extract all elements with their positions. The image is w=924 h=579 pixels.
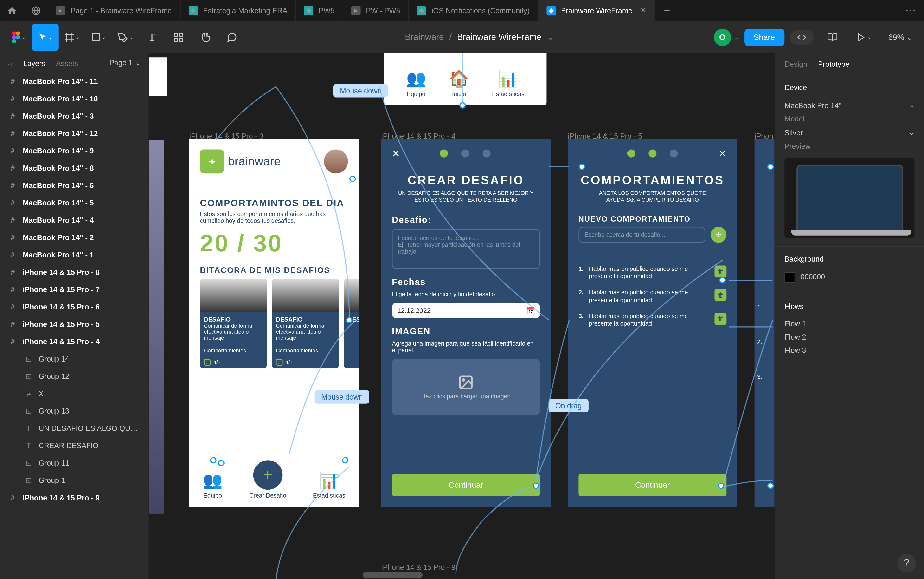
layer-item[interactable]: ⊡Group 12 [0,368,149,385]
layer-item[interactable]: ⊡Group 14 [0,350,149,368]
step-dot[interactable] [482,149,491,157]
desafio-card[interactable]: DESAFIOComunicar de forma efectiva una i… [272,279,339,368]
breadcrumb[interactable]: Brainware / Brainware WireFrame ⌄ [245,32,714,42]
file-name[interactable]: Brainware WireFrame [457,32,541,42]
zoom-level[interactable]: 69% ⌄ [883,32,919,42]
desafio-card[interactable]: DESAFIO [344,279,359,368]
delete-icon[interactable]: 🗑 [714,265,727,278]
new-tab-button[interactable]: + [655,4,679,16]
layer-item[interactable]: TCREAR DESAFIO [0,437,149,454]
layer-item[interactable]: #MacBook Pro 14" - 5 [0,194,149,211]
nav-equipo[interactable]: 👥Equipo [203,471,223,499]
step-dot[interactable] [627,149,635,157]
desafio-textarea[interactable]: Escribe acerca de tu desafio... Ej. Tene… [392,229,540,269]
nav-crear-desafio[interactable]: +Crear Desafio [249,460,286,499]
pen-tool[interactable]: ⌄ [112,24,139,50]
home-icon[interactable] [0,0,24,21]
behavior-input[interactable]: Escribe acerca de tu desafio... [579,227,705,242]
close-icon[interactable]: ✕ [392,148,400,159]
card-row[interactable]: DESAFIOComunicar de forma efectiva una i… [189,279,359,368]
interaction-tag[interactable]: Mouse down [333,84,388,97]
layer-item[interactable]: #iPhone 14 & 15 Pro - 6 [0,298,149,316]
close-icon[interactable]: ✕ [640,6,646,15]
nav-stats[interactable]: 📊Estadísticas [313,471,345,499]
frame-iphone-5[interactable]: ✕ ✕ COMPORTAMIENTOS ANOTA LOS COMPORTAMI… [568,139,737,507]
present-button[interactable]: ⌄ [851,24,878,50]
desafio-card[interactable]: DESAFIOComunicar de forma efectiva una i… [200,279,267,368]
frame-iphone-partial[interactable]: 1. 2. 3. [755,139,774,507]
globe-icon[interactable] [24,0,48,21]
layer-item[interactable]: #MacBook Pro 14" - 6 [0,177,149,194]
tab-item[interactable]: ◆iOS Notifications (Community) [409,0,538,21]
layer-item[interactable]: ⊡Group 11 [0,454,149,471]
flow-item[interactable]: Flow 2 [784,330,914,343]
frame-iphone-4[interactable]: ✕ CREAR DESAFIO UN DESAFIO ES ALGO QUE T… [381,139,551,507]
layer-item[interactable]: TUN DESAFIO ES ALGO QUE T... [0,420,149,437]
flow-item[interactable]: Flow 1 [784,317,914,330]
close-icon[interactable]: ✕ [719,148,727,159]
chevron-down-icon[interactable]: ⌄ [909,101,914,110]
add-button[interactable]: + [711,227,727,242]
tab-item[interactable]: ◆PW5 [296,0,343,21]
user-avatar[interactable] [324,149,348,173]
interaction-tag[interactable]: On drag [549,399,588,412]
layer-item[interactable]: #iPhone 14 & 15 Pro - 8 [0,263,149,281]
figma-menu-icon[interactable]: ⌄ [5,24,32,50]
frame-label[interactable]: iPhone 14 & 15 Pro - 9 [381,563,455,571]
layer-item[interactable]: #MacBook Pro 14" - 8 [0,159,149,177]
assets-tab[interactable]: Assets [56,59,78,67]
scrollbar[interactable] [363,572,422,578]
layer-item[interactable]: #iPhone 14 & 15 Pro - 4 [0,333,149,350]
calendar-icon[interactable]: 📅 [526,307,535,314]
chevron-down-icon[interactable]: ⌄ [909,128,914,137]
bg-color-input[interactable]: 000000 [784,270,914,285]
layer-item[interactable]: #X [0,385,149,402]
flow-item[interactable]: Flow 3 [784,344,914,357]
tab-item-active[interactable]: ◆Brainware WireFrame✕ [538,0,655,21]
continue-button[interactable]: Continuar [392,474,540,496]
design-tab[interactable]: Design [784,60,807,68]
user-avatar[interactable]: O [714,28,731,46]
chevron-down-icon[interactable]: ⌄ [734,33,739,41]
hand-tool[interactable] [192,24,219,50]
device-select[interactable]: MacBook Pro 14"⌄ [784,98,914,112]
team-name[interactable]: Brainware [405,32,444,42]
layer-item[interactable]: #iPhone 14 & 15 Pro - 9 [0,489,149,506]
overflow-menu-icon[interactable]: ⋯ [897,4,924,17]
layer-item[interactable]: #MacBook Pro 14" - 1 [0,246,149,263]
frame-tool[interactable]: ⌄ [59,24,85,50]
prototype-tab[interactable]: Prototype [818,60,849,68]
help-button[interactable]: ? [897,554,916,572]
step-dot[interactable] [461,149,469,157]
step-dot[interactable] [649,149,657,157]
step-dot[interactable] [670,149,678,157]
layer-list[interactable]: #MacBook Pro 14" - 11#MacBook Pro 14" - … [0,73,149,579]
layers-tab[interactable]: Layers [23,59,45,67]
nav-inicio[interactable]: 🏠Inicio [449,69,469,97]
library-icon[interactable] [819,24,846,50]
interaction-tag[interactable]: Mouse down [315,390,369,403]
resources-tool[interactable] [165,24,192,50]
comment-tool[interactable] [219,24,245,50]
tab-item[interactable]: ◆Estrategia Marketing ERA [181,0,296,21]
layer-item[interactable]: #MacBook Pro 14" - 9 [0,142,149,159]
layer-item[interactable]: #MacBook Pro 14" - 3 [0,108,149,125]
layer-item[interactable]: ⊡Group 13 [0,402,149,420]
search-icon[interactable]: ⌕ [8,59,13,67]
page-selector[interactable]: Page 1 ⌄ [109,59,140,67]
text-tool[interactable]: T [139,24,165,50]
continue-button[interactable]: Continuar [579,474,727,496]
date-input[interactable]: 12.12.2022📅 [392,303,540,318]
layer-item[interactable]: #MacBook Pro 14" - 10 [0,90,149,108]
layer-item[interactable]: #MacBook Pro 14" - 12 [0,125,149,142]
tab-item[interactable]: ▸PW - PW5 [343,0,409,21]
frame-iphone-3[interactable]: ✦ brainware COMPORTAMINTOS DEL DIA Estos… [189,139,359,507]
layer-item[interactable]: #MacBook Pro 14" - 4 [0,211,149,229]
shape-tool[interactable]: ⌄ [85,24,112,50]
layer-item[interactable]: #iPhone 14 & 15 Pro - 7 [0,281,149,298]
move-tool[interactable]: ⌄ [32,24,59,50]
layer-item[interactable]: ⊡Group 1 [0,471,149,489]
layer-item[interactable]: #MacBook Pro 14" - 2 [0,229,149,246]
canvas[interactable]: 👥Equipo 🏠Inicio 📊Estadísticas iPhone 14 … [149,54,774,579]
tab-item[interactable]: ▸Page 1 - Brainware WireFrame [48,0,180,21]
